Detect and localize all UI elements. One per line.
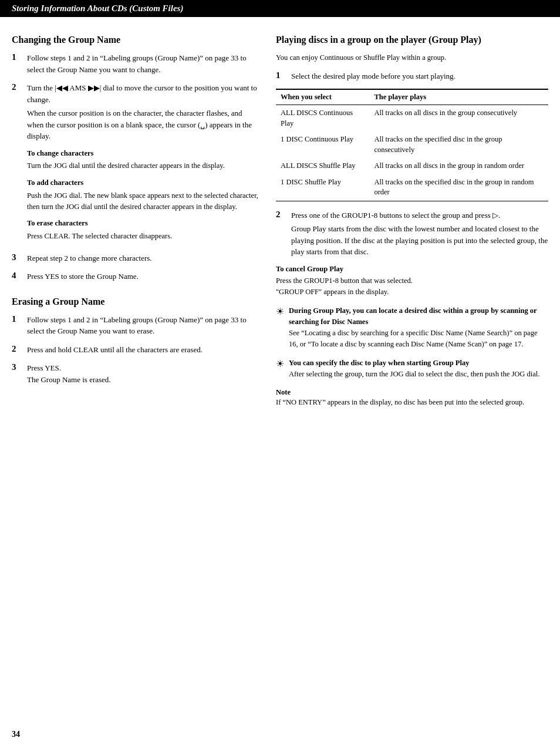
sub-content-erase: Press CLEAR. The selected character disa… bbox=[27, 231, 258, 242]
changing-group-name-section: Changing the Group Name 1 Follow steps 1… bbox=[12, 35, 258, 282]
playing-group-section: Playing discs in a group on the player (… bbox=[276, 35, 548, 408]
tip-content-1: During Group Play, you can locate a desi… bbox=[289, 305, 548, 349]
step-item: 2 Press and hold CLEAR until all the cha… bbox=[12, 344, 258, 356]
page-number: 34 bbox=[12, 730, 20, 739]
header-title: Storing Information About CDs (Custom Fi… bbox=[12, 4, 183, 13]
playing-steps-list: 1 Select the desired play mode before yo… bbox=[276, 70, 548, 82]
step-number: 1 bbox=[276, 70, 286, 80]
table-header-row: When you select The player plays bbox=[276, 89, 548, 105]
step-number: 2 bbox=[276, 210, 286, 220]
step-item: 4 Press YES to store the Group Name. bbox=[12, 271, 258, 282]
note-section: Note If “NO ENTRY” appears in the displa… bbox=[276, 388, 548, 408]
step-content: Press one of the GROUP1-8 buttons to sel… bbox=[291, 210, 548, 258]
note-content: If “NO ENTRY” appears in the display, no… bbox=[276, 397, 548, 408]
step-item: 1 Select the desired play mode before yo… bbox=[276, 70, 548, 82]
step-content: Press and hold CLEAR until all the chara… bbox=[27, 344, 258, 356]
step-content: Follow steps 1 and 2 in “Labeling groups… bbox=[27, 52, 258, 75]
step-content: Turn the |◀◀ AMS ▶▶| dial to move the cu… bbox=[27, 82, 258, 245]
table-cell-col1: 1 DISC Shuffle Play bbox=[276, 174, 369, 201]
changing-steps-list: 1 Follow steps 1 and 2 in “Labeling grou… bbox=[12, 52, 258, 282]
step-content: Follow steps 1 and 2 in “Labeling groups… bbox=[27, 314, 258, 337]
step-text: Follow steps 1 and 2 in “Labeling groups… bbox=[27, 53, 247, 74]
table-cell-col2: All tracks on all discs in the group con… bbox=[369, 105, 548, 132]
sub-heading-change: To change characters bbox=[27, 148, 258, 159]
playing-group-heading: Playing discs in a group on the player (… bbox=[276, 35, 548, 45]
step-item: 3 Repeat step 2 to change more character… bbox=[12, 252, 258, 264]
changing-group-name-heading: Changing the Group Name bbox=[12, 35, 258, 45]
step-item: 3 Press YES. The Group Name is erased. bbox=[12, 362, 258, 385]
erasing-group-name-section: Erasing a Group Name 1 Follow steps 1 an… bbox=[12, 296, 258, 386]
tip-body-1: See “Locating a disc by searching for a … bbox=[289, 329, 537, 348]
right-column: Playing discs in a group on the player (… bbox=[276, 29, 548, 408]
step-item: 2 Press one of the GROUP1-8 buttons to s… bbox=[276, 210, 548, 258]
step-item: 1 Follow steps 1 and 2 in “Labeling grou… bbox=[12, 314, 258, 337]
cancel-group-play-section: To cancel Group Play Press the GROUP1-8 … bbox=[276, 265, 548, 298]
table-cell-col1: ALL DISCS Shuffle Play bbox=[276, 158, 369, 174]
tip-content-2: You can specify the disc to play when st… bbox=[289, 358, 539, 380]
step-content: Repeat step 2 to change more characters. bbox=[27, 252, 258, 264]
sub-heading-add: To add characters bbox=[27, 177, 258, 188]
step-number: 3 bbox=[12, 252, 22, 262]
step-text: Turn the |◀◀ AMS ▶▶| dial to move the cu… bbox=[27, 82, 258, 105]
table-cell-col1: ALL DISCS Continuous Play bbox=[276, 105, 369, 132]
step-number: 1 bbox=[12, 314, 22, 324]
cancel-content: Press the GROUP1-8 button that was selec… bbox=[276, 275, 548, 298]
step-content: Select the desired play mode before you … bbox=[291, 70, 548, 82]
table-cell-col1: 1 DISC Continuous Play bbox=[276, 132, 369, 158]
page-header: Storing Information About CDs (Custom Fi… bbox=[0, 0, 560, 17]
step-number: 2 bbox=[12, 82, 22, 92]
step-content: Press YES. The Group Name is erased. bbox=[27, 362, 258, 385]
table-row: 1 DISC Continuous PlayAll tracks on the … bbox=[276, 132, 548, 158]
tip-box-2: ☀ You can specify the disc to play when … bbox=[276, 358, 548, 380]
step-item: 1 Follow steps 1 and 2 in “Labeling grou… bbox=[12, 52, 258, 75]
step-number: 3 bbox=[12, 362, 22, 372]
cancel-heading: To cancel Group Play bbox=[276, 265, 548, 274]
content-area: Changing the Group Name 1 Follow steps 1… bbox=[0, 29, 560, 408]
tip-icon-2: ☀ bbox=[276, 358, 284, 369]
step-number: 4 bbox=[12, 271, 22, 281]
table-cell-col2: All tracks on the specified disc in the … bbox=[369, 132, 548, 158]
table-cell-col2: All tracks on the specified disc in the … bbox=[369, 174, 548, 201]
sub-content-add: Push the JOG dial. The new blank space a… bbox=[27, 190, 258, 213]
play-mode-table: When you select The player plays ALL DIS… bbox=[276, 89, 548, 201]
col2-header: The player plays bbox=[369, 89, 548, 105]
playing-steps-list-2: 2 Press one of the GROUP1-8 buttons to s… bbox=[276, 210, 548, 258]
table-row: ALL DISCS Continuous PlayAll tracks on a… bbox=[276, 105, 548, 132]
intro-text: You can enjoy Continuous or Shuffle Play… bbox=[276, 52, 548, 63]
tip-icon-1: ☀ bbox=[276, 306, 284, 317]
sub-heading-erase: To erase characters bbox=[27, 218, 258, 229]
step-number: 2 bbox=[12, 344, 22, 354]
tip-box-1: ☀ During Group Play, you can locate a de… bbox=[276, 305, 548, 349]
step-number: 1 bbox=[12, 52, 22, 62]
note-label: Note bbox=[276, 388, 548, 397]
table-row: 1 DISC Shuffle PlayAll tracks on the spe… bbox=[276, 174, 548, 201]
erasing-group-name-heading: Erasing a Group Name bbox=[12, 296, 258, 307]
step2-subnote: Group Play starts from the disc with the… bbox=[291, 223, 548, 258]
tip-bold-1: During Group Play, you can locate a desi… bbox=[289, 306, 537, 326]
sub-content-change: Turn the JOG dial until the desired char… bbox=[27, 160, 258, 171]
step-sub-note: The Group Name is erased. bbox=[27, 374, 258, 386]
step-item: 2 Turn the |◀◀ AMS ▶▶| dial to move the … bbox=[12, 82, 258, 245]
page: Storing Information About CDs (Custom Fi… bbox=[0, 0, 560, 748]
tip-bold-2: You can specify the disc to play when st… bbox=[289, 359, 469, 367]
col1-header: When you select bbox=[276, 89, 369, 105]
step-text: Press YES. bbox=[27, 362, 258, 374]
left-column: Changing the Group Name 1 Follow steps 1… bbox=[12, 29, 258, 408]
table-cell-col2: All tracks on all discs in the group in … bbox=[369, 158, 548, 174]
step2-text: Press one of the GROUP1-8 buttons to sel… bbox=[291, 210, 548, 221]
table-row: ALL DISCS Shuffle PlayAll tracks on all … bbox=[276, 158, 548, 174]
step-sub-note: When the cursor position is on the chara… bbox=[27, 107, 258, 142]
step-content: Press YES to store the Group Name. bbox=[27, 271, 258, 282]
erasing-steps-list: 1 Follow steps 1 and 2 in “Labeling grou… bbox=[12, 314, 258, 386]
tip-body-2: After selecting the group, turn the JOG … bbox=[289, 370, 539, 378]
